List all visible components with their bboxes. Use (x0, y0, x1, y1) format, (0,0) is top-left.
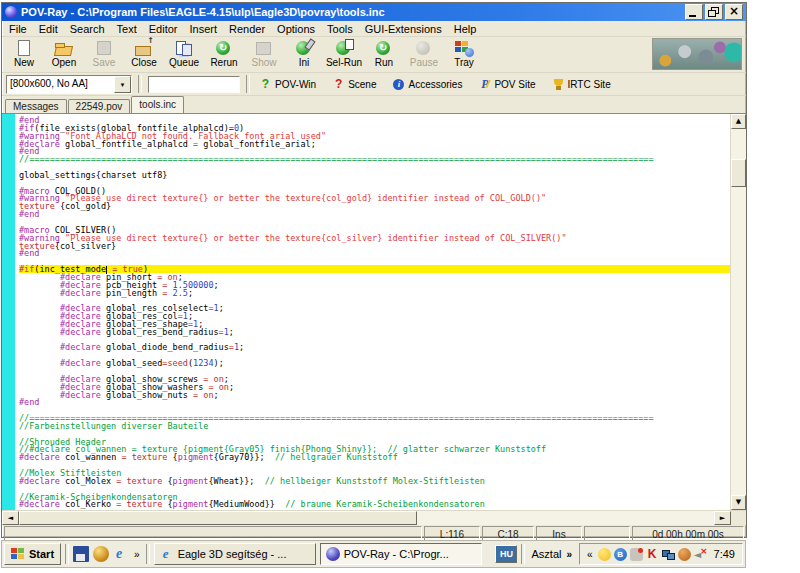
pov-gold-icon[interactable] (93, 546, 109, 562)
code-line[interactable]: texture {col_gold} (19, 202, 730, 210)
start-button[interactable]: Start (4, 543, 61, 565)
clock[interactable]: 7:49 (710, 548, 737, 560)
updater-icon[interactable] (678, 548, 691, 561)
save-file-icon (94, 39, 114, 57)
security-agent-icon[interactable] (630, 548, 643, 561)
command-line-input[interactable] (148, 76, 240, 93)
smiley-icon[interactable] (598, 548, 611, 561)
tray-collapse-chevron[interactable]: « (585, 549, 595, 560)
kaspersky-icon[interactable] (646, 548, 659, 561)
renderbar-button-irtc-site[interactable]: IRTC Site (549, 75, 614, 93)
toolbar-button-tray[interactable]: Tray (444, 38, 484, 69)
menu-editor[interactable]: Editor (143, 22, 184, 36)
menu-help[interactable]: Help (448, 22, 483, 36)
menu-gui-extensions[interactable]: GUI-Extensions (359, 22, 448, 36)
toolbar-button-sel-run[interactable]: Sel-Run (324, 38, 364, 69)
code-line[interactable]: global_settings{charset utf8} (19, 171, 730, 179)
ie-icon (160, 547, 174, 561)
code-line[interactable]: #declare col_Kerko = texture {pigment{Me… (19, 500, 730, 508)
ie-icon[interactable] (113, 546, 129, 562)
bluetooth-icon[interactable] (614, 548, 627, 561)
menu-tools[interactable]: Tools (321, 22, 359, 36)
menu-search[interactable]: Search (64, 22, 111, 36)
code-line[interactable] (19, 218, 730, 226)
code-line[interactable]: #declare global_diode_bend_radius=1; (19, 343, 730, 351)
code-line[interactable]: #declare global_seed=seed(1234); (19, 359, 730, 367)
code-line[interactable]: #warning "Please use direct texture{} or… (19, 234, 730, 242)
code-line[interactable]: #end (19, 249, 730, 257)
code-token: 2.5 (173, 288, 188, 298)
renderbar-button-accessories[interactable]: Accessories (389, 75, 465, 93)
resolution-dropdown[interactable]: [800x600, No AA] (6, 75, 132, 94)
horizontal-scrollbar[interactable]: ◄ ► (2, 510, 746, 525)
toolbar-button-open[interactable]: Open (44, 38, 84, 69)
scroll-left-button[interactable]: ◄ (2, 511, 19, 525)
toolbar-button-close[interactable]: Close (124, 38, 164, 69)
code-token (19, 358, 60, 368)
scroll-down-button[interactable]: ▼ (731, 495, 746, 510)
volume-muted-icon[interactable] (694, 548, 707, 561)
restore-button[interactable] (705, 4, 723, 20)
toolbar-button-run[interactable]: Run (364, 38, 404, 69)
toolbar-button-queue[interactable]: Queue (164, 38, 204, 69)
floppy-icon[interactable] (73, 546, 89, 562)
menu-options[interactable]: Options (271, 22, 321, 36)
titlebar[interactable]: POV-Ray - C:\Program Files\EAGLE-4.15\ul… (2, 3, 746, 21)
code-line[interactable]: #end (19, 398, 730, 406)
menu-insert[interactable]: Insert (184, 22, 224, 36)
code-line[interactable] (19, 461, 730, 469)
code-line[interactable]: #declare global_res_bend_radius=1; (19, 328, 730, 336)
renderbar-button-pov-site[interactable]: POV Site (475, 75, 538, 93)
scroll-up-button[interactable]: ▲ (731, 114, 746, 129)
code-line[interactable]: #declare pin_length = 2.5; (19, 289, 730, 297)
desktop-toolbar-chevron[interactable]: » (564, 549, 574, 560)
close-button[interactable] (725, 4, 743, 20)
network-icon[interactable] (662, 548, 675, 561)
scroll-right-button[interactable]: ► (714, 511, 731, 525)
code-line[interactable]: #declare global_show_nuts = on; (19, 391, 730, 399)
tab-messages[interactable]: Messages (5, 99, 67, 113)
code-line[interactable]: texture{col_silver} (19, 242, 730, 250)
renderbar-button-pov-win[interactable]: POV-Win (256, 75, 319, 93)
toolbar-button-rerun[interactable]: Rerun (204, 38, 244, 69)
menu-text[interactable]: Text (111, 22, 143, 36)
code-line[interactable] (19, 179, 730, 187)
code-token: ); (214, 358, 224, 368)
task-button-eagle-3d-seg-ts-g[interactable]: Eagle 3D segítség - ... (154, 543, 316, 565)
code-line[interactable]: #warning "Please use direct texture{} or… (19, 194, 730, 202)
new-file-icon (14, 39, 34, 57)
info-icon (392, 78, 405, 91)
language-indicator[interactable]: HU (495, 545, 517, 563)
chevron-down-icon[interactable] (114, 76, 131, 93)
code-line[interactable] (19, 430, 730, 438)
editor-left-margin[interactable] (2, 114, 15, 510)
task-button-pov-ray-c-progr[interactable]: POV-Ray - C:\Progr... (320, 543, 482, 565)
toolbar-button-label: Save (93, 57, 116, 68)
code-line[interactable]: //Farbeinstellungen diverser Bauteile (19, 422, 730, 430)
horizontal-scroll-thumb[interactable] (19, 511, 417, 525)
code-line[interactable]: #declare global_fontfile_alphalcd = glob… (19, 140, 730, 148)
minimize-button[interactable] (685, 4, 703, 20)
menu-edit[interactable]: Edit (33, 22, 64, 36)
vertical-scroll-thumb[interactable] (731, 159, 746, 187)
code-token: global_res_bend_radius (101, 327, 219, 337)
tab-tools-inc[interactable]: tools.inc (131, 96, 184, 113)
quicklaunch-overflow-chevron[interactable]: » (132, 549, 142, 560)
code-line[interactable]: #declare col_Molex = texture {pigment{Wh… (19, 477, 730, 485)
code-line[interactable]: //======================================… (19, 155, 730, 163)
code-editor[interactable]: #end#if(file_exists(global_fontfile_alph… (15, 114, 730, 510)
menu-render[interactable]: Render (223, 22, 271, 36)
toolbar-button-new[interactable]: New (4, 38, 44, 69)
code-token: {Wheat}}; (208, 476, 264, 486)
desktop-toolbar[interactable]: Asztal » (529, 548, 576, 560)
horizontal-scroll-track[interactable] (417, 511, 714, 525)
vertical-scrollbar[interactable]: ▲ ▼ (730, 114, 746, 510)
code-line[interactable]: #end (19, 210, 730, 218)
taskbar-separator (65, 544, 69, 564)
code-line[interactable]: #declare col_wannen = texture {pigment{G… (19, 453, 730, 461)
renderbar-button-scene[interactable]: Scene (329, 75, 379, 93)
tab-22549-pov[interactable]: 22549.pov (68, 99, 131, 113)
toolbar-button-ini[interactable]: Ini (284, 38, 324, 69)
menu-file[interactable]: File (3, 22, 33, 36)
vertical-scroll-track[interactable] (731, 129, 746, 495)
